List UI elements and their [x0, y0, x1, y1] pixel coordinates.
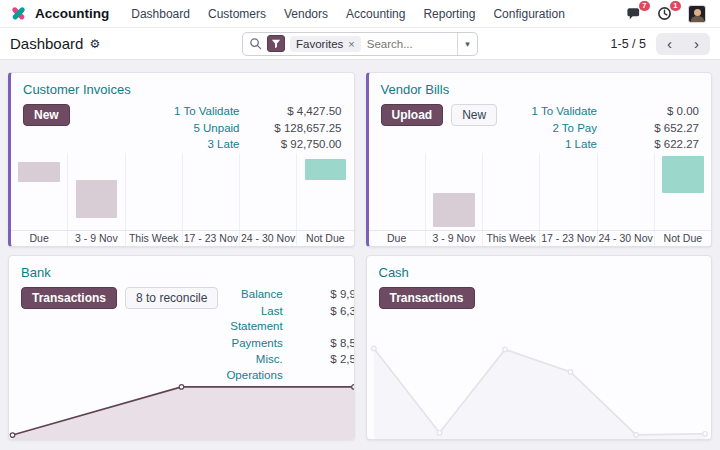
chart-column: [654, 153, 711, 231]
upload-bill-button[interactable]: Upload: [381, 104, 444, 126]
stat-label-late[interactable]: 1 Late: [532, 137, 597, 153]
button-row: Transactions: [379, 287, 475, 309]
pager-prev-button[interactable]: ‹: [656, 33, 683, 55]
chart-column: [67, 153, 124, 231]
new-bill-button[interactable]: New: [451, 104, 497, 126]
pager-next-button[interactable]: ›: [683, 33, 710, 55]
activities-badge: 1: [670, 1, 681, 12]
search-input[interactable]: [361, 38, 457, 50]
new-invoice-button[interactable]: New: [23, 104, 70, 126]
bank-transactions-button[interactable]: Transactions: [21, 287, 117, 309]
card-body: New 1 To Validate $ 4,427.50 5 Unpaid $ …: [11, 100, 354, 153]
stat-label-balance[interactable]: Balance: [226, 287, 282, 303]
x-axis: Due3 - 9 NovThis Week17 - 23 Nov24 - 30 …: [369, 230, 712, 246]
stat-amount-unpaid: $ 128,657.25: [254, 121, 342, 137]
bill-stats: 1 To Validate $ 0.00 2 To Pay $ 652.27 1…: [532, 104, 699, 153]
card-customer-invoices: Customer Invoices New 1 To Validate $ 4,…: [8, 72, 355, 247]
stat-label-payments[interactable]: Payments: [226, 336, 282, 352]
page-title[interactable]: Dashboard: [10, 35, 83, 52]
nav-item-customers[interactable]: Customers: [199, 7, 275, 21]
avatar-face: [694, 9, 701, 16]
facet-label: Favorites: [296, 38, 343, 50]
stat-amount-late: $ 622.27: [611, 137, 699, 153]
chart-column: [239, 153, 296, 231]
card-body: Upload New 1 To Validate $ 0.00 2 To Pay…: [369, 100, 712, 153]
pager: 1-5 / 5 ‹ ›: [478, 33, 710, 55]
facet-favorites[interactable]: Favorites ×: [290, 36, 361, 52]
stat-amount-to-validate: $ 4,427.50: [254, 104, 342, 120]
stat-label-misc-operations[interactable]: Misc. Operations: [226, 352, 282, 383]
chart-column: [182, 153, 239, 231]
messages-badge: 7: [639, 1, 650, 12]
search-dropdown-caret-icon[interactable]: ▾: [457, 33, 477, 55]
chart-column: [425, 153, 482, 231]
card-title-vendor-bills[interactable]: Vendor Bills: [381, 82, 700, 97]
nav-item-vendors[interactable]: Vendors: [275, 7, 337, 21]
stat-amount-misc-operations: $ 2,500.00: [297, 352, 355, 383]
stat-label-last-statement[interactable]: Last Statement: [226, 304, 282, 335]
card-title-cash[interactable]: Cash: [379, 265, 700, 280]
card-cash: Cash Transactions: [366, 255, 713, 440]
dashboard-grid: Customer Invoices New 1 To Validate $ 4,…: [8, 72, 712, 440]
stat-label-to-validate[interactable]: 1 To Validate: [532, 104, 597, 120]
nav-systray: 7 1: [626, 5, 710, 23]
pager-buttons: ‹ ›: [656, 33, 710, 55]
stat-label-unpaid[interactable]: 5 Unpaid: [174, 121, 239, 137]
control-bar: Dashboard ⚙ Favorites × ▾ 1-5 / 5 ‹ ›: [0, 28, 720, 60]
nav-item-accounting[interactable]: Accounting: [337, 7, 414, 21]
chart-column: [296, 153, 353, 231]
breadcrumb: Dashboard ⚙: [10, 35, 242, 52]
x-tick-label: 3 - 9 Nov: [67, 231, 124, 246]
card-title-bank[interactable]: Bank: [21, 265, 342, 280]
x-tick-label: 17 - 23 Nov: [539, 231, 596, 246]
bank-line-svg: [9, 383, 354, 439]
chart-bar[interactable]: [433, 193, 475, 227]
stat-label-to-validate[interactable]: 1 To Validate: [174, 104, 239, 120]
chart-bar[interactable]: [662, 156, 704, 193]
button-row: Transactions 8 to reconcile: [21, 287, 218, 309]
card-vendor-bills: Vendor Bills Upload New 1 To Validate $ …: [366, 72, 713, 247]
vendor-bills-bar-chart: Due3 - 9 NovThis Week17 - 23 Nov24 - 30 …: [369, 153, 712, 247]
pager-range: 1-5 / 5: [611, 37, 646, 51]
cash-transactions-button[interactable]: Transactions: [379, 287, 475, 309]
app-name[interactable]: Accounting: [35, 6, 109, 21]
nav-item-configuration[interactable]: Configuration: [484, 7, 573, 21]
search-bar[interactable]: Favorites × ▾: [242, 32, 478, 56]
x-axis: Due3 - 9 NovThis Week17 - 23 Nov24 - 30 …: [11, 230, 354, 246]
stat-label-late[interactable]: 3 Late: [174, 137, 239, 153]
card-bank: Bank Transactions 8 to reconcile Balance…: [8, 255, 355, 440]
dashboard: Customer Invoices New 1 To Validate $ 4,…: [0, 60, 720, 440]
x-tick-label: This Week: [125, 231, 182, 246]
avatar-body: [691, 16, 704, 23]
filter-icon[interactable]: [267, 35, 285, 52]
x-tick-label: This Week: [482, 231, 539, 246]
stat-amount-last-statement: $ 6,378.00: [297, 304, 355, 335]
cash-line-chart: [367, 336, 712, 439]
customer-invoices-bar-chart: Due3 - 9 NovThis Week17 - 23 Nov24 - 30 …: [11, 153, 354, 247]
user-avatar[interactable]: [688, 5, 706, 23]
card-body: Transactions: [367, 283, 712, 309]
accounting-app-icon[interactable]: [10, 5, 27, 22]
button-row: New: [23, 104, 70, 126]
gear-icon[interactable]: ⚙: [89, 37, 100, 51]
reconcile-button[interactable]: 8 to reconcile: [125, 287, 218, 309]
nav-item-dashboard[interactable]: Dashboard: [122, 7, 199, 21]
chart-bar[interactable]: [76, 180, 118, 217]
chart-bar[interactable]: [305, 159, 347, 180]
cash-line-svg: [367, 336, 712, 439]
button-row: Upload New: [381, 104, 498, 126]
chart-column: [125, 153, 182, 231]
stat-amount-to-validate: $ 0.00: [611, 104, 699, 120]
stat-label-to-pay[interactable]: 2 To Pay: [532, 121, 597, 137]
nav-item-reporting[interactable]: Reporting: [414, 7, 484, 21]
card-title-customer-invoices[interactable]: Customer Invoices: [23, 82, 342, 97]
chart-column: [11, 153, 67, 231]
x-tick-label: 17 - 23 Nov: [182, 231, 239, 246]
activities-icon[interactable]: 1: [657, 6, 673, 22]
facet-close-icon[interactable]: ×: [348, 38, 354, 50]
x-tick-label: Not Due: [654, 231, 711, 246]
messages-icon[interactable]: 7: [626, 6, 642, 22]
card-body: Transactions 8 to reconcile Balance $ 9,…: [9, 283, 354, 383]
chart-bar[interactable]: [18, 162, 60, 182]
chart-column: [539, 153, 596, 231]
